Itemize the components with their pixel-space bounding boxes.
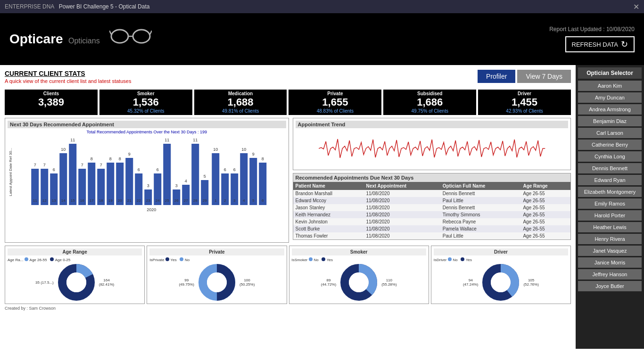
appointments-table: Patient Name Next Appointment Optician F… (293, 182, 571, 239)
next-appointment: 11/08/2020 (363, 218, 440, 225)
optician-name: Paul Little (440, 232, 521, 239)
sidebar-item[interactable]: Andrea Armstrong (578, 104, 642, 115)
sidebar-item[interactable]: Dennis Bennett (578, 163, 642, 173)
svg-text:24: 24 (156, 198, 160, 203)
stat-subsidised: Subsidised 1,686 49.75% of Clients (383, 90, 476, 115)
svg-text:25: 25 (165, 198, 169, 203)
sidebar-item[interactable]: Janet Vasquez (578, 246, 642, 256)
sidebar-item[interactable]: Joyce Butler (578, 281, 642, 291)
sidebar-item[interactable]: Harold Porter (578, 210, 642, 221)
logo-text-area: Opticare Opticians (9, 32, 100, 47)
age-range: Age 26-55 (520, 211, 570, 218)
window-bar-left: ENTERPRISE DNA Power BI Challenge 5 - Op… (5, 3, 149, 10)
svg-text:1: 1 (215, 198, 217, 203)
report-updated: Report Last Updated : 10/08/2020 (549, 26, 635, 33)
logo-area: Opticare Opticians (9, 25, 152, 53)
created-by: Created by : Sam Crowson (5, 306, 571, 311)
middle-row: Next 30 Days Recommended Appointment Tot… (5, 118, 571, 243)
stat-medication-pct: 49.81% of Clients (197, 108, 285, 114)
svg-text:6: 6 (53, 167, 55, 172)
svg-text:7: 7 (34, 163, 36, 167)
sidebar-item[interactable]: Emily Ramos (578, 198, 642, 209)
svg-rect-56 (191, 144, 199, 205)
svg-text:8: 8 (109, 156, 112, 161)
patient-name: Brandon Marshall (293, 190, 364, 197)
svg-text:7: 7 (100, 163, 102, 167)
svg-rect-74 (249, 158, 257, 205)
driver-val1: 94 (47.24%) (463, 278, 478, 287)
stat-clients-pct (7, 108, 95, 114)
sidebar-item[interactable]: Elizabeth Montgomery (578, 187, 642, 197)
close-button[interactable]: ✕ (633, 2, 639, 11)
svg-rect-50 (173, 189, 180, 205)
svg-rect-71 (240, 153, 248, 205)
stat-medication-label: Medication (197, 91, 285, 96)
svg-point-87 (207, 272, 227, 292)
profiler-button[interactable]: Profiler (478, 70, 515, 83)
svg-text:11: 11 (70, 138, 75, 142)
stat-private-label: Private (291, 91, 379, 96)
table-row: Thomas Fowler 11/08/2020 Paul Little Age… (293, 232, 571, 239)
table-row: Brandon Marshall 11/08/2020 Dennis Benne… (293, 190, 571, 197)
svg-text:27: 27 (184, 198, 188, 203)
svg-text:20: 20 (118, 198, 122, 203)
sidebar-item[interactable]: Edward Ryan (578, 175, 642, 185)
stat-smoker-pct: 45.32% of Clients (102, 108, 190, 114)
col-age: Age Range (520, 182, 570, 190)
next-appointment: 11/08/2020 (363, 204, 440, 211)
private-title: Private (149, 248, 284, 255)
svg-text:5: 5 (204, 174, 206, 179)
patient-name: Scott Burke (293, 225, 364, 232)
svg-line-3 (109, 31, 111, 34)
stat-subsidised-value: 1,686 (386, 96, 474, 108)
svg-text:8: 8 (262, 156, 264, 161)
svg-text:14: 14 (61, 198, 66, 203)
sidebar: Optician Selector Aaron KimAmy DuncanAnd… (576, 65, 644, 349)
svg-text:11: 11 (193, 138, 198, 142)
sidebar-item[interactable]: Carl Larson (578, 128, 642, 138)
svg-text:19: 19 (108, 198, 113, 203)
smoker-val2: 110 (55.28%) (381, 278, 396, 287)
next30days-title: Next 30 Days Recommended Appointment (8, 121, 286, 128)
age-range: Age 26-55 (520, 204, 570, 211)
stat-subsidised-label: Subsidised (386, 91, 474, 96)
sidebar-item[interactable]: Aaron Kim (578, 81, 642, 91)
svg-line-4 (150, 31, 152, 34)
age-range: Age 26-55 (520, 232, 570, 239)
svg-text:10: 10 (61, 147, 66, 152)
svg-point-1 (133, 30, 150, 43)
stat-private-value: 1,655 (291, 96, 379, 108)
table-row: Scott Burke 11/08/2020 Pamela Wallace Ag… (293, 225, 571, 232)
sidebar-item[interactable]: Heather Lewis (578, 222, 642, 232)
refresh-icon: ↻ (621, 39, 628, 49)
private-val2: 100 (50.25%) (239, 278, 255, 287)
smoker-val1: 89 (44.72%) (321, 278, 336, 287)
next30days-subtitle: Total Recommended Appointments Over the … (8, 130, 286, 134)
main-content: CURRENT CLIENT STATS A quick view of the… (0, 65, 576, 349)
table-row: Kevin Johnston 11/08/2020 Rebecca Payne … (293, 218, 571, 225)
sidebar-item[interactable]: Henry Rivera (578, 234, 642, 244)
sidebar-item[interactable]: Janice Morris (578, 257, 642, 268)
svg-text:3: 3 (147, 183, 149, 188)
sidebar-item[interactable]: Benjamin Diaz (578, 116, 642, 126)
optician-name: Pamela Wallace (440, 225, 521, 232)
optician-name: Dennis Bennett (440, 204, 521, 211)
svg-text:9: 9 (252, 152, 255, 156)
stat-private: Private 1,655 48.83% of Clients (289, 90, 381, 115)
table-row: Keith Hernandez 11/08/2020 Timothy Simmo… (293, 211, 571, 218)
sidebar-item[interactable]: Cynthia Long (578, 151, 642, 162)
refresh-button[interactable]: REFRESH DATA ↻ (565, 36, 635, 52)
stat-smoker-label: Smoker (102, 91, 190, 96)
sidebar-item[interactable]: Catherine Berry (578, 140, 642, 150)
view7days-button[interactable]: View 7 Days (517, 70, 571, 83)
sidebar-item[interactable]: Jeffrey Hanson (578, 269, 642, 280)
svg-text:2: 2 (224, 198, 226, 203)
window-bar: ENTERPRISE DNA Power BI Challenge 5 - Op… (0, 0, 644, 13)
stat-driver-label: Driver (480, 91, 569, 96)
svg-text:6: 6 (233, 167, 236, 172)
smoker-chart: Smoker IsSmoker No Yes 89 (44.72%) (289, 246, 429, 304)
age-range-title: Age Range (8, 248, 142, 255)
svg-text:28: 28 (193, 198, 198, 203)
sidebar-item[interactable]: Amy Duncan (578, 92, 642, 103)
col-optician: Optician Full Name (440, 182, 521, 190)
